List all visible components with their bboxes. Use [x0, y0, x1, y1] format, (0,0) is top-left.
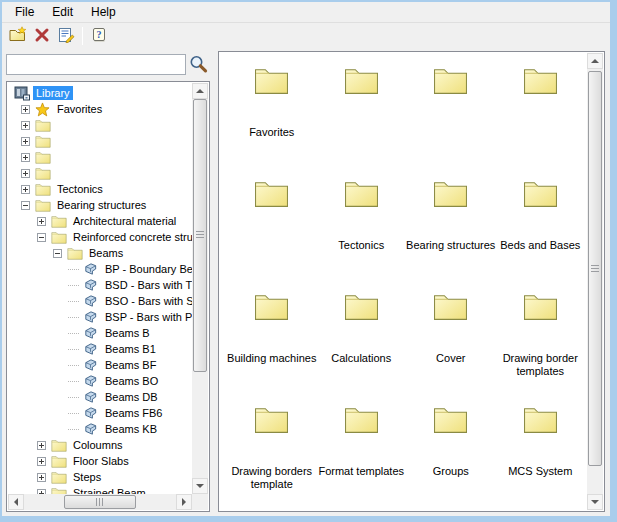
grid-item-label: Bearing structures	[406, 239, 495, 252]
main-content: Library Favorites Tectonics Bearing stru…	[2, 49, 610, 516]
expand-toggle[interactable]	[21, 121, 30, 130]
tree-item-label: BSP - Bars with Pa	[102, 310, 192, 324]
grid-folder-item[interactable]: Bearing structures	[406, 179, 496, 292]
grid-folder-item[interactable]	[317, 66, 407, 179]
tree-item[interactable]	[9, 133, 192, 149]
expand-toggle[interactable]	[21, 185, 30, 194]
tree-item[interactable]: BSD - Bars with T	[9, 277, 192, 293]
triangle-right-icon	[182, 498, 186, 506]
tree-item[interactable]: BP - Boundary Bea	[9, 261, 192, 277]
expand-toggle[interactable]	[53, 249, 62, 258]
tree-item[interactable]: Beams	[9, 245, 192, 261]
search-icon[interactable]	[186, 54, 210, 75]
tree-item[interactable]: Reinforced concrete struc	[9, 229, 192, 245]
scroll-down-button[interactable]	[192, 478, 208, 494]
folder-icon	[523, 405, 558, 449]
delete-button[interactable]	[30, 25, 54, 47]
grid-folder-item[interactable]: Drawing borders template	[227, 405, 317, 511]
tree-connector	[68, 365, 79, 366]
tree-item[interactable]: Beams DB	[9, 389, 192, 405]
scroll-right-button[interactable]	[176, 494, 192, 510]
expand-toggle[interactable]	[21, 169, 30, 178]
tree-item[interactable]: Floor Slabs	[9, 453, 192, 469]
menu-file[interactable]: File	[6, 3, 43, 21]
grid-folder-item[interactable]: Favorites	[227, 66, 317, 179]
expand-toggle[interactable]	[37, 473, 46, 482]
scroll-thumb[interactable]	[588, 71, 602, 466]
tree-item[interactable]: Beams KB	[9, 421, 192, 437]
tree-item[interactable]: Bearing structures	[9, 197, 192, 213]
tree-connector	[68, 413, 79, 414]
grid-folder-item[interactable]	[227, 179, 317, 292]
tree-item[interactable]: BSO - Bars with Sl	[9, 293, 192, 309]
expand-toggle[interactable]	[37, 217, 46, 226]
grid-vertical-scrollbar[interactable]	[587, 53, 603, 510]
tree-item-label: BSO - Bars with Sl	[102, 294, 192, 308]
tree-item[interactable]: Strained Beam	[9, 485, 192, 494]
grid-folder-item[interactable]: Beds and Bases	[496, 179, 586, 292]
tree-item[interactable]: Tectonics	[9, 181, 192, 197]
tree-item-label: BSD - Bars with T	[102, 278, 192, 292]
tree-item-label: Beams B1	[102, 342, 159, 356]
tree-item[interactable]: BSP - Bars with Pa	[9, 309, 192, 325]
folder-icon	[254, 405, 289, 449]
scroll-down-button[interactable]	[587, 494, 603, 510]
menu-help[interactable]: Help	[82, 3, 125, 21]
grid-folder-item[interactable]: Cover	[406, 292, 496, 405]
tree-item[interactable]: Beams BF	[9, 357, 192, 373]
grid-item-label: Drawing border templates	[496, 352, 586, 378]
tree-item[interactable]: Library	[9, 85, 192, 101]
tree-item[interactable]: Beams B1	[9, 341, 192, 357]
folder-icon	[50, 455, 67, 468]
tree-item[interactable]: Beams FB6	[9, 405, 192, 421]
grid-item-label: Cover	[436, 352, 465, 365]
scroll-track[interactable]	[24, 494, 176, 510]
folder-icon	[66, 247, 83, 260]
tree-item[interactable]: Favorites	[9, 101, 192, 117]
tree-item-label: Coloumns	[70, 438, 126, 452]
star-icon	[34, 102, 51, 117]
help-button[interactable]: ?	[87, 25, 111, 47]
grid-folder-item[interactable]: Tectonics	[317, 179, 407, 292]
search-input[interactable]	[6, 54, 186, 75]
menu-edit[interactable]: Edit	[43, 3, 82, 21]
grid-folder-item[interactable]: Format templates	[317, 405, 407, 511]
scroll-track[interactable]	[587, 69, 603, 494]
grid-folder-item[interactable]: Groups	[406, 405, 496, 511]
expand-toggle[interactable]	[37, 457, 46, 466]
expand-toggle[interactable]	[21, 137, 30, 146]
library-window: File Edit Help	[0, 0, 617, 522]
tree-item[interactable]: Beams B	[9, 325, 192, 341]
expand-toggle[interactable]	[37, 441, 46, 450]
grid-folder-item[interactable]: Drawing border templates	[496, 292, 586, 405]
folder-icon	[344, 66, 379, 110]
scroll-up-button[interactable]	[587, 53, 603, 69]
expand-toggle[interactable]	[21, 201, 30, 210]
tree-item[interactable]: Architectural material	[9, 213, 192, 229]
tree-vertical-scrollbar[interactable]	[192, 83, 208, 494]
scroll-track[interactable]	[192, 99, 208, 478]
toolbar: ?	[2, 23, 610, 49]
grid-folder-item[interactable]: Calculations	[317, 292, 407, 405]
tree-item[interactable]	[9, 149, 192, 165]
grid-folder-item[interactable]	[496, 66, 586, 179]
tree-item[interactable]: Steps	[9, 469, 192, 485]
scroll-left-button[interactable]	[8, 494, 24, 510]
grid-folder-item[interactable]: Building machines	[227, 292, 317, 405]
tree-item[interactable]	[9, 165, 192, 181]
new-folder-button[interactable]	[6, 25, 30, 47]
grid-folder-item[interactable]: MCS System	[496, 405, 586, 511]
expand-toggle[interactable]	[21, 153, 30, 162]
grid-folder-item[interactable]	[406, 66, 496, 179]
tree-item[interactable]	[9, 117, 192, 133]
tree-item[interactable]: Beams BO	[9, 373, 192, 389]
tree-horizontal-scrollbar[interactable]	[8, 494, 192, 510]
edit-button[interactable]	[54, 25, 78, 47]
scroll-thumb[interactable]	[193, 99, 207, 372]
folder-icon	[344, 179, 379, 223]
expand-toggle[interactable]	[21, 105, 30, 114]
scroll-up-button[interactable]	[192, 83, 208, 99]
scroll-thumb[interactable]	[64, 495, 137, 509]
expand-toggle[interactable]	[37, 233, 46, 242]
tree-item[interactable]: Coloumns	[9, 437, 192, 453]
